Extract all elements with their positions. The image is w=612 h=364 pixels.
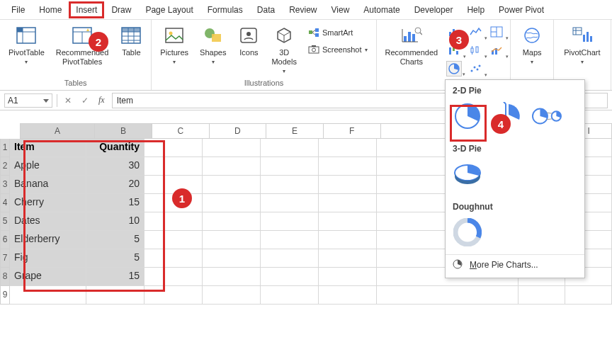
- menu-insert[interactable]: Insert: [69, 1, 104, 18]
- cell[interactable]: [261, 268, 319, 286]
- menu-automate[interactable]: Automate: [356, 1, 407, 18]
- cell[interactable]: [377, 286, 518, 305]
- cell[interactable]: [319, 286, 377, 305]
- cell[interactable]: [319, 231, 377, 249]
- cell[interactable]: [518, 286, 565, 305]
- pivotchart-button[interactable]: PivotChart ▾: [561, 23, 603, 67]
- row-header[interactable]: 3: [0, 176, 10, 194]
- cell[interactable]: [144, 249, 203, 268]
- cell[interactable]: [261, 139, 319, 157]
- insert-combo-chart-button[interactable]: ▾: [489, 42, 504, 58]
- cell[interactable]: 10: [86, 212, 144, 231]
- cell[interactable]: 5: [86, 249, 144, 268]
- cell[interactable]: [203, 212, 261, 231]
- cell[interactable]: [144, 157, 203, 176]
- menu-home[interactable]: Home: [32, 1, 69, 18]
- cell[interactable]: [319, 139, 377, 157]
- cell[interactable]: [86, 286, 144, 305]
- cell[interactable]: 15: [86, 194, 144, 212]
- cell[interactable]: Apple: [10, 157, 86, 176]
- cell[interactable]: [203, 176, 261, 194]
- pie-of-pie-option[interactable]: [532, 101, 562, 131]
- cell[interactable]: 5: [86, 231, 144, 249]
- menu-data[interactable]: Data: [250, 1, 282, 18]
- cell[interactable]: [203, 286, 261, 305]
- cell[interactable]: [319, 157, 377, 176]
- cell[interactable]: [319, 249, 377, 268]
- row-header[interactable]: 7: [0, 249, 10, 268]
- screenshot-button[interactable]: Screenshot ▾: [305, 42, 370, 57]
- fx-icon[interactable]: fx: [96, 95, 108, 106]
- cell[interactable]: 30: [86, 157, 144, 176]
- cell[interactable]: Fig: [10, 249, 86, 268]
- cell[interactable]: [203, 194, 261, 212]
- shapes-button[interactable]: Shapes ▾: [197, 23, 229, 67]
- row-header[interactable]: 4: [0, 194, 10, 212]
- row-header[interactable]: 2: [0, 157, 10, 176]
- cell[interactable]: [10, 286, 86, 305]
- col-header-a[interactable]: A: [20, 123, 95, 139]
- cell[interactable]: [261, 231, 319, 249]
- cell[interactable]: Grape: [10, 268, 86, 286]
- cell[interactable]: [203, 139, 261, 157]
- cell[interactable]: [144, 212, 203, 231]
- menu-view[interactable]: View: [324, 1, 357, 18]
- menu-formulas[interactable]: Formulas: [200, 1, 250, 18]
- cell[interactable]: Elderberry: [10, 231, 86, 249]
- menu-review[interactable]: Review: [282, 1, 324, 18]
- col-header-f[interactable]: F: [324, 123, 381, 139]
- insert-hierarchy-chart-button[interactable]: ▾: [489, 24, 504, 40]
- insert-line-chart-button[interactable]: ▾: [468, 24, 483, 40]
- cell[interactable]: 15: [86, 268, 144, 286]
- cell[interactable]: [261, 249, 319, 268]
- cell[interactable]: [203, 268, 261, 286]
- menu-powerpivot[interactable]: Power Pivot: [492, 1, 551, 18]
- icons-button[interactable]: Icons: [234, 23, 263, 59]
- table-button[interactable]: Table: [117, 23, 145, 59]
- smartart-button[interactable]: SmartArt: [305, 25, 370, 40]
- pie-2d-option[interactable]: [453, 101, 482, 131]
- cell[interactable]: [144, 231, 203, 249]
- insert-statistic-chart-button[interactable]: ▾: [468, 42, 483, 58]
- cell[interactable]: [144, 176, 203, 194]
- pictures-button[interactable]: Pictures ▾: [157, 23, 191, 67]
- cell[interactable]: [203, 231, 261, 249]
- cell[interactable]: 20: [86, 176, 144, 194]
- menu-pagelayout[interactable]: Page Layout: [138, 1, 200, 18]
- cell[interactable]: [261, 157, 319, 176]
- more-pie-charts-button[interactable]: More Pie Charts...: [446, 254, 584, 275]
- 3d-models-button[interactable]: 3D Models ▾: [268, 23, 299, 76]
- cell[interactable]: [144, 268, 203, 286]
- pivottable-button[interactable]: PivotTable ▾: [6, 23, 47, 67]
- cell[interactable]: [319, 176, 377, 194]
- cell[interactable]: [261, 176, 319, 194]
- cell[interactable]: [203, 157, 261, 176]
- menu-help[interactable]: Help: [460, 1, 492, 18]
- insert-pie-chart-button[interactable]: ▾: [446, 61, 462, 76]
- col-header-e[interactable]: E: [266, 123, 324, 139]
- maps-button[interactable]: Maps ▾: [518, 23, 546, 67]
- doughnut-option[interactable]: [453, 217, 482, 247]
- col-header-d[interactable]: D: [210, 123, 267, 139]
- insert-scatter-chart-button[interactable]: ▾: [468, 61, 483, 76]
- cell[interactable]: [319, 212, 377, 231]
- pie-3d-option[interactable]: [453, 159, 482, 189]
- recommended-charts-button[interactable]: Recommended Charts: [382, 23, 441, 68]
- menu-file[interactable]: File: [4, 1, 32, 18]
- cell[interactable]: Dates: [10, 212, 86, 231]
- cell[interactable]: [565, 286, 612, 305]
- cell[interactable]: Item: [10, 139, 86, 157]
- row-header[interactable]: 9: [0, 286, 10, 305]
- menu-developer[interactable]: Developer: [407, 1, 460, 18]
- col-header-c[interactable]: C: [152, 123, 210, 139]
- row-header[interactable]: 1: [0, 139, 10, 157]
- cell[interactable]: [261, 286, 319, 305]
- cell[interactable]: Cherry: [10, 194, 86, 212]
- menu-draw[interactable]: Draw: [104, 1, 138, 18]
- row-header[interactable]: 5: [0, 212, 10, 231]
- cell[interactable]: Banana: [10, 176, 86, 194]
- cell[interactable]: [203, 249, 261, 268]
- enter-formula-button[interactable]: ✓: [79, 94, 91, 107]
- cell[interactable]: [144, 139, 203, 157]
- row-header[interactable]: 8: [0, 268, 10, 286]
